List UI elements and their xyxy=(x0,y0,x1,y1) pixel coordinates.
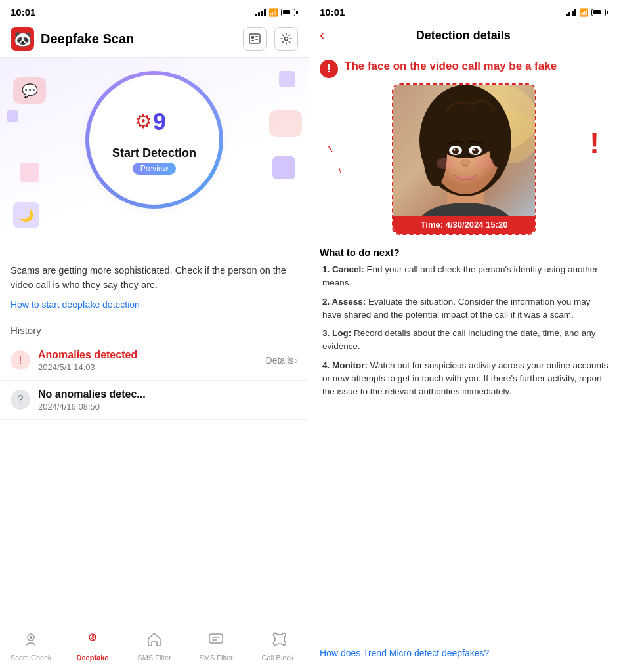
svg-text:🐼: 🐼 xyxy=(14,30,32,48)
history-item-1-title: Anomalies detected xyxy=(38,349,266,361)
svg-rect-6 xyxy=(255,39,258,40)
footer-link[interactable]: How does Trend Micro detect deepfakes? xyxy=(320,648,489,658)
history-item-2-title: No anomalies detec... xyxy=(38,388,298,400)
right-battery-icon xyxy=(591,9,608,16)
battery-icon xyxy=(281,9,298,16)
svg-rect-5 xyxy=(255,36,258,37)
app-title: Deepfake Scan xyxy=(41,32,243,47)
step-3: 3. Log: Record details about the call in… xyxy=(320,327,608,354)
bottom-nav: Scam Check ⚙ Deepfake SMS Filter xyxy=(0,625,309,672)
nav-label-deepfake: Deepfake xyxy=(77,654,109,662)
nav-item-scam-check[interactable]: Scam Check xyxy=(0,631,62,662)
svg-point-24 xyxy=(423,121,447,186)
history-item-1-content: Anomalies detected 2024/5/1 14:03 xyxy=(38,349,266,372)
header-action-icons xyxy=(243,27,298,51)
history-item-2-content: No anomalies detec... 2024/4/16 08:50 xyxy=(38,388,298,411)
signal-icon xyxy=(255,9,267,16)
call-block-icon xyxy=(269,631,286,652)
circle-badge: Preview xyxy=(133,163,177,175)
app-header: 🐼 Deepfake Scan xyxy=(0,22,309,58)
hero-section: 💬 🌙 ⚙ 9 Start Detection Preview xyxy=(0,58,309,255)
nav-label-sms: SMS Filter xyxy=(199,654,232,662)
deco-sq-4 xyxy=(269,110,302,136)
svg-rect-4 xyxy=(251,40,254,41)
what-next-title: What to do next? xyxy=(320,247,608,258)
face-image xyxy=(393,85,535,216)
what-to-do-section: What to do next? 1. Cancel: End your cal… xyxy=(309,242,619,404)
nav-item-home[interactable]: SMS Filter xyxy=(123,631,185,662)
svg-rect-2 xyxy=(249,34,260,43)
history-item-2-date: 2024/4/16 08:50 xyxy=(38,402,298,411)
right-footer: How does Trend Micro detect deepfakes? xyxy=(309,639,619,672)
svg-point-7 xyxy=(285,37,288,41)
svg-point-34 xyxy=(476,158,494,169)
circle-label: Start Detection xyxy=(112,146,196,160)
history-item-1-date: 2024/5/1 14:03 xyxy=(38,362,266,372)
deco-sq-1 xyxy=(7,110,18,122)
nav-item-deepfake[interactable]: ⚙ Deepfake xyxy=(62,631,123,662)
svg-text:9: 9 xyxy=(153,108,166,135)
back-button[interactable]: ‹ xyxy=(320,27,324,44)
left-panel: 10:01 📶 🐼 Deepfake Scan xyxy=(0,0,309,672)
deco-sq-3 xyxy=(279,71,295,87)
deco-icon-left: 🌙 xyxy=(13,202,39,228)
deco-sq-2 xyxy=(20,163,39,182)
svg-point-30 xyxy=(454,149,456,151)
deco-exclaim-left-2: ! xyxy=(338,167,342,174)
svg-point-31 xyxy=(473,149,475,151)
nav-item-call-block[interactable]: Call Block xyxy=(247,631,309,662)
svg-point-29 xyxy=(472,148,479,154)
alert-banner: ! The face on the video call may be a fa… xyxy=(309,51,619,83)
right-status-bar: 10:01 📶 xyxy=(309,0,619,22)
settings-icon-button[interactable] xyxy=(274,27,298,51)
history-section-title: History xyxy=(0,318,309,341)
svg-text:⚙: ⚙ xyxy=(135,110,152,132)
alert-text: The face on the video call may be a fake xyxy=(345,59,557,74)
deco-chat-left: 💬 xyxy=(13,77,46,104)
hero-description: Scams are getting more sophisticated. Ch… xyxy=(0,255,309,297)
right-panel: 10:01 📶 ‹ Detection details ! The face o… xyxy=(309,0,619,672)
face-card-wrapper: ! ! xyxy=(335,83,593,235)
right-header: ‹ Detection details xyxy=(309,22,619,51)
alert-exclamation-icon: ! xyxy=(320,60,338,78)
help-link[interactable]: How to start deepfake detection xyxy=(0,297,309,318)
left-status-icons: 📶 xyxy=(255,8,299,17)
deepfake-icon: ⚙ xyxy=(84,631,101,652)
svg-point-28 xyxy=(452,148,459,154)
nav-item-sms[interactable]: SMS Filter xyxy=(185,631,247,662)
step-1: 1. Cancel: End your call and check the p… xyxy=(320,263,608,290)
svg-text:⚙: ⚙ xyxy=(91,634,96,641)
svg-point-11 xyxy=(30,636,32,639)
no-anomaly-icon: ? xyxy=(11,390,30,410)
step-4: 4. Monitor: Watch out for suspicious act… xyxy=(320,359,608,399)
deco-sq-5 xyxy=(272,156,295,179)
detection-circle[interactable]: ⚙ 9 Start Detection Preview xyxy=(85,71,223,209)
step-2: 2. Assess: Evaluate the situation. Consi… xyxy=(320,295,608,322)
right-page-title: Detection details xyxy=(332,29,594,43)
anomaly-alert-icon: ! xyxy=(11,350,30,370)
nav-label-scam-check: Scam Check xyxy=(11,654,51,662)
circle-inner: ⚙ 9 Start Detection Preview xyxy=(89,75,219,205)
face-image-frame: Time: 4/30/2024 15:20 xyxy=(392,83,536,235)
face-timestamp: Time: 4/30/2024 15:20 xyxy=(393,216,535,234)
svg-rect-14 xyxy=(209,634,223,643)
circle-detection-icon: ⚙ 9 xyxy=(135,105,174,144)
history-item-1[interactable]: ! Anomalies detected 2024/5/1 14:03 Deta… xyxy=(0,341,309,381)
list-icon-button[interactable] xyxy=(243,27,267,51)
nav-label-call-block: Call Block xyxy=(262,654,294,662)
history-item-1-action[interactable]: Details › xyxy=(266,355,298,366)
right-time: 10:01 xyxy=(320,7,345,18)
left-time: 10:01 xyxy=(11,7,35,18)
svg-rect-3 xyxy=(251,36,254,39)
deco-exclaim-left-1: ! xyxy=(326,144,334,154)
right-signal-icon xyxy=(566,9,577,16)
left-status-bar: 10:01 📶 xyxy=(0,0,309,22)
wifi-icon: 📶 xyxy=(268,8,278,17)
deco-exclaim-right: ! xyxy=(589,129,599,158)
app-logo: 🐼 xyxy=(11,27,34,51)
svg-point-32 xyxy=(460,159,471,165)
sms-icon xyxy=(207,631,224,652)
right-wifi-icon: 📶 xyxy=(579,8,589,17)
history-item-2[interactable]: ? No anomalies detec... 2024/4/16 08:50 xyxy=(0,381,309,420)
steps-list: 1. Cancel: End your call and check the p… xyxy=(320,263,608,398)
